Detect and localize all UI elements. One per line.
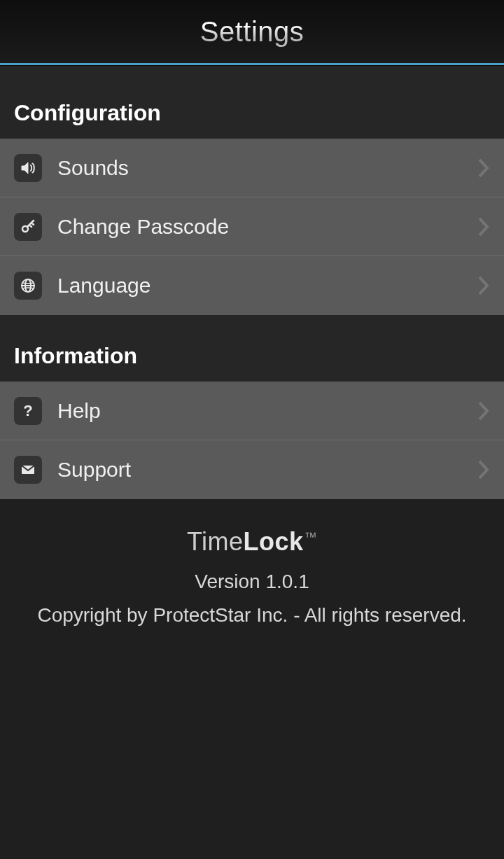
list-information: ? Help Support <box>0 382 504 499</box>
section-header-configuration: Configuration <box>0 65 504 139</box>
chevron-right-icon <box>477 400 490 421</box>
footer: TimeLock™ Version 1.0.1 Copyright by Pro… <box>0 499 504 627</box>
question-icon: ? <box>14 397 42 425</box>
speaker-icon <box>14 154 42 182</box>
row-label: Support <box>57 458 477 482</box>
row-change-passcode[interactable]: Change Passcode <box>0 197 504 256</box>
logo-text-thin: Time <box>187 527 244 556</box>
chevron-right-icon <box>477 275 490 296</box>
row-sounds[interactable]: Sounds <box>0 139 504 197</box>
chevron-right-icon <box>477 459 490 480</box>
globe-icon <box>14 272 42 300</box>
logo-trademark: ™ <box>304 530 318 544</box>
logo-text-bold: Lock <box>244 527 304 556</box>
mail-icon <box>14 456 42 484</box>
row-label: Change Passcode <box>57 215 477 239</box>
section-header-information: Information <box>0 315 504 382</box>
row-support[interactable]: Support <box>0 440 504 499</box>
row-label: Language <box>57 274 477 298</box>
page-title: Settings <box>200 16 304 48</box>
chevron-right-icon <box>477 216 490 237</box>
app-logo: TimeLock™ <box>0 527 504 557</box>
header: Settings <box>0 0 504 65</box>
copyright-text: Copyright by ProtectStar Inc. - All righ… <box>0 604 504 627</box>
row-label: Help <box>57 399 477 423</box>
chevron-right-icon <box>477 158 490 179</box>
svg-text:?: ? <box>23 403 32 419</box>
list-configuration: Sounds Change Passcode Language <box>0 139 504 315</box>
key-icon <box>14 213 42 241</box>
version-text: Version 1.0.1 <box>0 571 504 593</box>
row-help[interactable]: ? Help <box>0 382 504 440</box>
row-language[interactable]: Language <box>0 256 504 315</box>
row-label: Sounds <box>57 156 477 180</box>
